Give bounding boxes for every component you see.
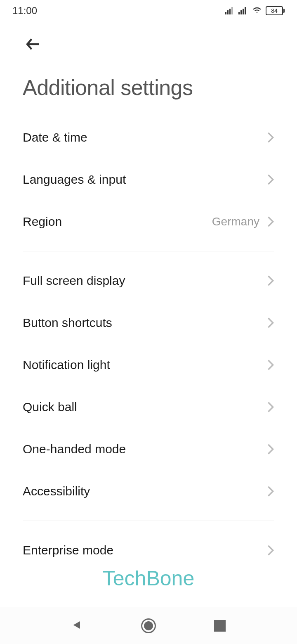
settings-label: One-handed mode	[23, 442, 126, 456]
settings-item-full-screen-display[interactable]: Full screen display	[0, 260, 297, 302]
chevron-right-icon	[267, 174, 274, 185]
settings-item-quick-ball[interactable]: Quick ball	[0, 386, 297, 428]
chevron-right-icon	[267, 359, 274, 371]
settings-value: Germany	[212, 215, 259, 228]
battery-icon: 84	[266, 6, 285, 15]
chevron-right-icon	[267, 485, 274, 497]
settings-label: Full screen display	[23, 274, 125, 288]
settings-label: Quick ball	[23, 400, 77, 414]
settings-item-one-handed-mode[interactable]: One-handed mode	[0, 428, 297, 470]
chevron-right-icon	[267, 401, 274, 413]
nav-recent-icon	[214, 620, 226, 632]
status-bar: 11:00 84	[0, 0, 297, 21]
chevron-right-icon	[267, 275, 274, 286]
signal-icon-2	[238, 7, 248, 14]
status-icons: 84	[225, 4, 285, 17]
wifi-icon	[252, 4, 262, 17]
page-title: Additional settings	[23, 75, 274, 100]
settings-label: Languages & input	[23, 173, 126, 187]
status-time: 11:00	[12, 5, 37, 17]
settings-label: Button shortcuts	[23, 316, 112, 330]
settings-label: Accessibility	[23, 484, 90, 498]
settings-item-button-shortcuts[interactable]: Button shortcuts	[0, 302, 297, 344]
divider	[23, 251, 274, 251]
settings-list: Date & time Languages & input Region Ger…	[0, 100, 297, 571]
chevron-right-icon	[267, 216, 274, 227]
nav-back-icon	[71, 619, 83, 632]
settings-label: Notification light	[23, 358, 110, 372]
signal-icon-1	[225, 7, 235, 14]
chevron-right-icon	[267, 317, 274, 329]
header: Additional settings	[0, 21, 297, 100]
settings-item-region[interactable]: Region Germany	[0, 201, 297, 243]
chevron-right-icon	[267, 443, 274, 455]
settings-item-notification-light[interactable]: Notification light	[0, 344, 297, 386]
battery-level: 84	[266, 6, 283, 15]
chevron-right-icon	[267, 545, 274, 556]
back-button[interactable]	[23, 34, 43, 54]
nav-recent-button[interactable]	[212, 618, 228, 634]
settings-label: Region	[23, 215, 62, 229]
nav-home-icon	[141, 618, 156, 633]
chevron-right-icon	[267, 132, 274, 143]
nav-home-button[interactable]	[140, 618, 157, 634]
settings-item-languages-input[interactable]: Languages & input	[0, 159, 297, 201]
nav-back-button[interactable]	[69, 618, 85, 634]
settings-label: Enterprise mode	[23, 543, 113, 557]
nav-bar	[0, 607, 297, 644]
settings-label: Date & time	[23, 130, 87, 144]
settings-item-date-time[interactable]: Date & time	[0, 116, 297, 159]
settings-item-enterprise-mode[interactable]: Enterprise mode	[0, 529, 297, 571]
divider	[23, 521, 274, 521]
settings-item-accessibility[interactable]: Accessibility	[0, 470, 297, 512]
